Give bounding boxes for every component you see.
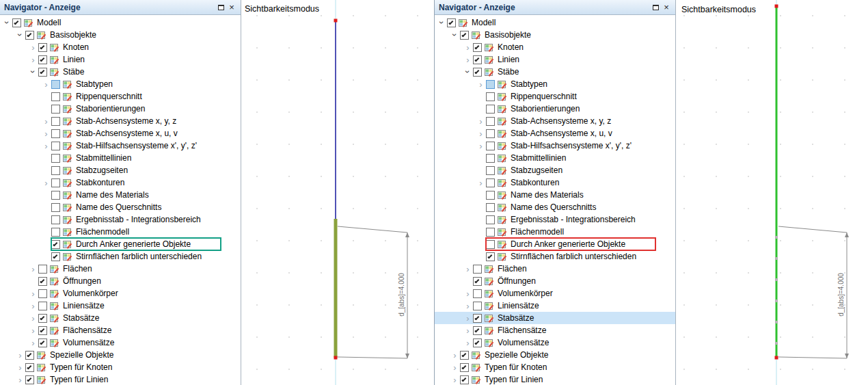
visibility-checkbox[interactable] [486,240,495,249]
tree-item-modell[interactable]: ›Modell [435,16,675,29]
tree-item-stab-hilfsachsensysteme-x-y-z[interactable]: ›Stab-Hilfsachsensysteme x', y', z' [0,140,241,152]
tree-item-ergebnisstab-integrationsbereich[interactable]: Ergebnisstab - Integrationsbereich [0,213,241,226]
visibility-checkbox[interactable] [473,43,482,52]
tree-item-staborientierungen[interactable]: Staborientierungen [435,103,675,115]
expand-arrow-icon[interactable]: › [463,42,473,53]
visibility-checkbox[interactable] [38,302,47,310]
tree-item-volumenk-rper[interactable]: ›Volumenkörper [0,287,241,300]
viewport-canvas-left[interactable]: d_[abs]=4.000 Sichtbarkeitsmodus [241,0,434,385]
tree-item-name-des-materials[interactable]: Name des Materials [0,189,241,201]
visibility-checkbox[interactable] [473,277,482,286]
visibility-checkbox[interactable] [447,18,456,27]
expand-arrow-icon[interactable]: › [463,288,473,299]
tree-item-stabkonturen[interactable]: ›Stabkonturen [0,176,241,189]
visibility-checkbox[interactable] [51,178,60,187]
tree-item-st-be[interactable]: ›Stäbe [0,66,241,78]
expand-arrow-icon[interactable]: › [450,374,460,385]
tree-item-stab-achsensysteme-x-u-v[interactable]: ›Stab-Achsensysteme x, u, v [435,127,675,140]
visibility-checkbox[interactable] [486,191,495,200]
tree-item-volumens-tze[interactable]: ›Volumensätze [0,336,241,349]
viewport-canvas-right[interactable]: d_[abs]=4.000 Sichtbarkeitsmodus [676,0,868,385]
tree-item-stab-hilfsachsensysteme-x-y-z[interactable]: ›Stab-Hilfsachsensysteme x', y', z' [435,140,675,152]
visibility-checkbox[interactable] [51,191,60,200]
expand-arrow-icon[interactable]: › [28,54,38,65]
tree-item-fl-chenmodell[interactable]: Flächenmodell [435,226,675,238]
tree-item-knoten[interactable]: ›Knoten [0,41,241,53]
expand-arrow-icon[interactable]: › [476,177,486,188]
tree-item-durch-anker-generierte-objekte[interactable]: Durch Anker generierte Objekte [435,238,675,250]
visibility-checkbox[interactable] [38,265,47,274]
tree-item-stabkonturen[interactable]: ›Stabkonturen [435,176,675,189]
visibility-checkbox[interactable] [473,289,482,298]
visibility-checkbox[interactable] [51,129,60,138]
tree-item-fl-chens-tze[interactable]: ›Flächensätze [435,324,675,336]
tree-item-linien[interactable]: ›Linien [435,53,675,66]
tree-item-typen-f-r-linien[interactable]: ›Typen für Linien [0,373,241,385]
tree-item-liniens-tze[interactable]: ›Liniensätze [435,300,675,312]
visibility-checkbox[interactable] [51,92,60,101]
collapse-arrow-icon[interactable]: › [15,30,26,40]
tree-item-basisobjekte[interactable]: ›Basisobjekte [435,29,675,41]
visibility-checkbox[interactable] [38,43,47,52]
tree-item-fl-chens-tze[interactable]: ›Flächensätze [0,324,241,336]
tree-item-typen-f-r-knoten[interactable]: ›Typen für Knoten [435,361,675,373]
visibility-checkbox[interactable] [12,18,21,27]
visibility-checkbox[interactable] [486,252,495,261]
visibility-checkbox[interactable] [38,68,47,77]
expand-arrow-icon[interactable]: › [450,362,460,373]
visibility-checkbox[interactable] [51,105,60,114]
collapse-arrow-icon[interactable]: › [450,30,461,40]
expand-arrow-icon[interactable]: › [463,263,473,274]
visibility-checkbox[interactable] [486,228,495,237]
tree-item-ffnungen[interactable]: Öffnungen [435,275,675,287]
visibility-checkbox[interactable] [460,363,469,372]
tree-item-stab-achsensysteme-x-u-v[interactable]: ›Stab-Achsensysteme x, u, v [0,127,241,140]
visibility-checkbox[interactable] [486,154,495,163]
visibility-checkbox[interactable] [25,351,34,360]
tree-item-st-be[interactable]: ›Stäbe [435,66,675,78]
visibility-checkbox[interactable] [473,326,482,335]
expand-arrow-icon[interactable]: › [476,79,486,90]
tree-item-stirnfl-chen-farblich-unterschieden[interactable]: Stirnflächen farblich unterschieden [0,250,241,263]
tree-item-modell[interactable]: ›Modell [0,16,241,29]
expand-arrow-icon[interactable]: › [476,116,486,127]
expand-arrow-icon[interactable]: › [476,140,486,151]
visibility-checkbox[interactable] [38,338,47,347]
visibility-checkbox[interactable] [486,142,495,150]
viewport-right[interactable]: d_[abs]=4.000 Sichtbarkeitsmodus [676,0,868,385]
collapse-arrow-icon[interactable]: › [28,67,39,77]
float-window-button[interactable] [215,2,226,13]
tree-item-stabs-tze[interactable]: ›Stabsätze [435,312,675,324]
visibility-checkbox[interactable] [51,240,60,249]
tree-item-rippenquerschnitt[interactable]: Rippenquerschnitt [435,90,675,103]
expand-arrow-icon[interactable]: › [15,374,25,385]
tree-item-basisobjekte[interactable]: ›Basisobjekte [0,29,241,41]
tree-item-stab-achsensysteme-x-y-z[interactable]: ›Stab-Achsensysteme x, y, z [435,115,675,127]
expand-arrow-icon[interactable]: › [15,349,25,360]
expand-arrow-icon[interactable]: › [28,325,38,336]
tree-item-typen-f-r-knoten[interactable]: ›Typen für Knoten [0,361,241,373]
expand-arrow-icon[interactable]: › [28,42,38,53]
collapse-arrow-icon[interactable]: › [437,18,448,28]
tree-item-linien[interactable]: ›Linien [0,53,241,66]
expand-arrow-icon[interactable]: › [28,337,38,348]
visibility-checkbox[interactable] [473,302,482,310]
expand-arrow-icon[interactable]: › [28,300,38,311]
visibility-checkbox[interactable] [460,31,469,40]
visibility-checkbox[interactable] [51,203,60,212]
expand-arrow-icon[interactable]: › [463,325,473,336]
tree-item-fl-chenmodell[interactable]: Flächenmodell [0,226,241,238]
tree-item-stabmittellinien[interactable]: Stabmittellinien [435,152,675,164]
tree-item-stabzugseiten[interactable]: Stabzugseiten [435,164,675,176]
visibility-checkbox[interactable] [51,117,60,126]
visibility-checkbox[interactable] [51,80,60,89]
visibility-checkbox[interactable] [51,228,60,237]
expand-arrow-icon[interactable]: › [41,79,51,90]
visibility-checkbox[interactable] [25,31,34,40]
visibility-checkbox[interactable] [473,55,482,64]
visibility-checkbox[interactable] [38,277,47,286]
node-bottom[interactable] [334,356,338,360]
visibility-checkbox[interactable] [51,142,60,150]
tree-item-liniens-tze[interactable]: ›Liniensätze [0,300,241,312]
visibility-checkbox[interactable] [486,105,495,114]
